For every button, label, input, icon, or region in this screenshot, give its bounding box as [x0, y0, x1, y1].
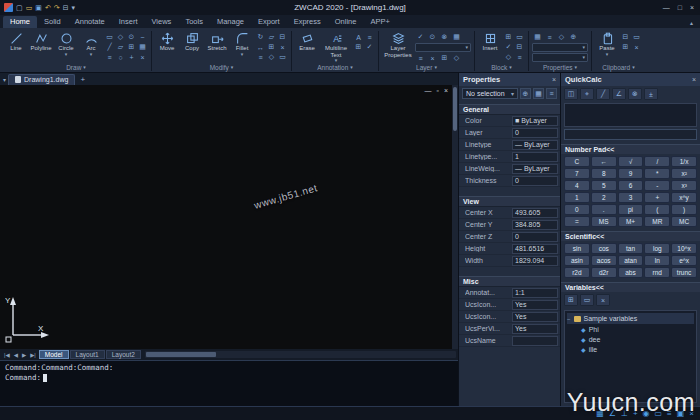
ribbon-tab[interactable]: APP+: [363, 16, 396, 28]
section-header-general[interactable]: General: [459, 104, 560, 115]
mini-tool-icon[interactable]: ▭: [277, 52, 288, 62]
arc-tool-button[interactable]: Arc ▾: [79, 30, 103, 63]
mini-tool-icon[interactable]: ▱: [266, 32, 277, 42]
layout-nav-arrow[interactable]: ▶: [21, 352, 27, 358]
quick-access-icon[interactable]: ▢: [16, 3, 23, 13]
mini-tool-icon[interactable]: ⊞: [126, 42, 137, 52]
variables-toolbar-icon[interactable]: ▭: [580, 294, 594, 306]
mini-tool-icon[interactable]: ⊟: [277, 32, 288, 42]
calc-button[interactable]: 4: [564, 180, 590, 191]
quickcalc-toolbar-icon[interactable]: ±: [644, 88, 658, 100]
fillet-tool-button[interactable]: Fillet ▾: [230, 30, 254, 63]
minimize-icon[interactable]: —: [663, 4, 670, 11]
mini-tool-icon[interactable]: ▭: [514, 32, 525, 42]
drawing-canvas[interactable]: — ▫ × www.jb51.net Y X: [0, 85, 452, 349]
calc-button[interactable]: =: [564, 216, 590, 227]
calc-button[interactable]: M+: [618, 216, 644, 227]
quickcalc-history[interactable]: [564, 103, 697, 127]
mini-tool-icon[interactable]: A: [353, 32, 364, 42]
sci-button[interactable]: atan: [618, 255, 644, 266]
doc-minimize-icon[interactable]: —: [424, 87, 431, 94]
layout-tab[interactable]: Layout2: [106, 350, 141, 359]
mini-tool-icon[interactable]: ×: [277, 42, 288, 52]
calc-button[interactable]: √: [618, 156, 644, 167]
close-icon[interactable]: ×: [692, 76, 696, 83]
calc-button[interactable]: MS: [591, 216, 617, 227]
mini-tool-icon[interactable]: ⊗: [439, 32, 450, 42]
property-value[interactable]: 493.605: [512, 208, 558, 218]
property-value[interactable]: 0: [512, 232, 558, 242]
sci-button[interactable]: abs: [618, 267, 644, 278]
selection-dropdown[interactable]: No selection ▾: [462, 88, 518, 99]
mini-tool-icon[interactable]: ◇: [115, 32, 126, 42]
sci-button[interactable]: ln: [644, 255, 670, 266]
insert-tool-button[interactable]: Insert: [478, 30, 502, 63]
mini-tool-icon[interactable]: ◇: [503, 52, 514, 62]
property-value[interactable]: — ByLayer: [512, 164, 558, 174]
variables-toolbar-icon[interactable]: ⊞: [564, 294, 578, 306]
mini-tool-icon[interactable]: ↔: [255, 42, 266, 52]
sci-button[interactable]: trunc: [671, 267, 697, 278]
property-value[interactable]: 1: [512, 152, 558, 162]
mini-tool-icon[interactable]: ⊞: [266, 42, 277, 52]
mini-tool-icon[interactable]: ⊙: [126, 32, 137, 42]
panel-expand-icon[interactable]: ▾: [509, 65, 512, 70]
layout-nav-arrow[interactable]: ◀: [13, 352, 19, 358]
calc-button[interactable]: x²: [671, 168, 697, 179]
property-value[interactable]: 1829.094: [512, 256, 558, 266]
mini-tool-icon[interactable]: ▦: [532, 32, 543, 42]
doc-close-icon[interactable]: ×: [444, 87, 448, 94]
mini-tool-icon[interactable]: ×: [631, 42, 642, 52]
command-prompt-line[interactable]: Command:: [5, 373, 453, 382]
mini-tool-icon[interactable]: ↻: [255, 32, 266, 42]
quick-access-icon[interactable]: ▾: [72, 3, 76, 13]
sci-button[interactable]: log: [644, 243, 670, 254]
doc-restore-icon[interactable]: ▫: [436, 87, 438, 94]
mini-tool-icon[interactable]: +: [126, 52, 137, 62]
ribbon-tab[interactable]: Home: [3, 16, 37, 28]
property-value[interactable]: [512, 336, 558, 346]
canvas-horizontal-scrollbar[interactable]: [145, 351, 456, 358]
calc-button[interactable]: 0: [564, 204, 590, 215]
calc-button[interactable]: *: [644, 168, 670, 179]
property-value[interactable]: ■ ByLayer: [512, 116, 558, 126]
calc-button[interactable]: +: [644, 192, 670, 203]
mini-tool-icon[interactable]: ~: [137, 32, 148, 42]
variables-section-header[interactable]: Variables<<: [561, 282, 700, 292]
calc-button[interactable]: 2: [591, 192, 617, 203]
ribbon-collapse-icon[interactable]: ▴: [690, 19, 697, 28]
calc-button[interactable]: 9: [618, 168, 644, 179]
property-value[interactable]: Yes: [512, 324, 558, 334]
calc-button[interactable]: 1/x: [671, 156, 697, 167]
property-value[interactable]: Yes: [512, 312, 558, 322]
property-value[interactable]: 384.805: [512, 220, 558, 230]
section-header-view[interactable]: View: [459, 196, 560, 207]
layer-properties-button[interactable]: Layer Properties: [382, 30, 414, 63]
polyline-tool-button[interactable]: Polyline: [29, 30, 53, 63]
calc-button[interactable]: 8: [591, 168, 617, 179]
line-tool-button[interactable]: Line: [4, 30, 28, 63]
panel-expand-icon[interactable]: ▾: [575, 65, 578, 70]
calc-button[interactable]: x³: [671, 180, 697, 191]
sci-button[interactable]: rnd: [644, 267, 670, 278]
mini-tool-icon[interactable]: ⊙: [427, 32, 438, 42]
mini-tool-icon[interactable]: ✓: [415, 32, 426, 42]
calc-button[interactable]: /: [644, 156, 670, 167]
layout-nav-arrow[interactable]: ▶|: [29, 352, 37, 358]
mini-tool-icon[interactable]: ⊟: [620, 32, 631, 42]
scrollbar-thumb[interactable]: [146, 352, 216, 357]
property-value[interactable]: 0: [512, 176, 558, 186]
property-value[interactable]: Yes: [512, 300, 558, 310]
calc-button[interactable]: MC: [671, 216, 697, 227]
mini-tool-icon[interactable]: ≡: [255, 52, 266, 62]
sci-button[interactable]: sin: [564, 243, 590, 254]
property-value[interactable]: 1:1: [512, 288, 558, 298]
quickcalc-toolbar-icon[interactable]: ∠: [612, 88, 626, 100]
mini-tool-icon[interactable]: ⊞: [353, 42, 364, 52]
property-value[interactable]: — ByLayer: [512, 140, 558, 150]
mini-tool-icon[interactable]: ▦: [137, 42, 148, 52]
sci-button[interactable]: acos: [591, 255, 617, 266]
linetype-dropdown[interactable]: ▾: [532, 53, 588, 62]
mini-tool-icon[interactable]: ◇: [266, 52, 277, 62]
ribbon-tab[interactable]: Manage: [210, 16, 251, 28]
